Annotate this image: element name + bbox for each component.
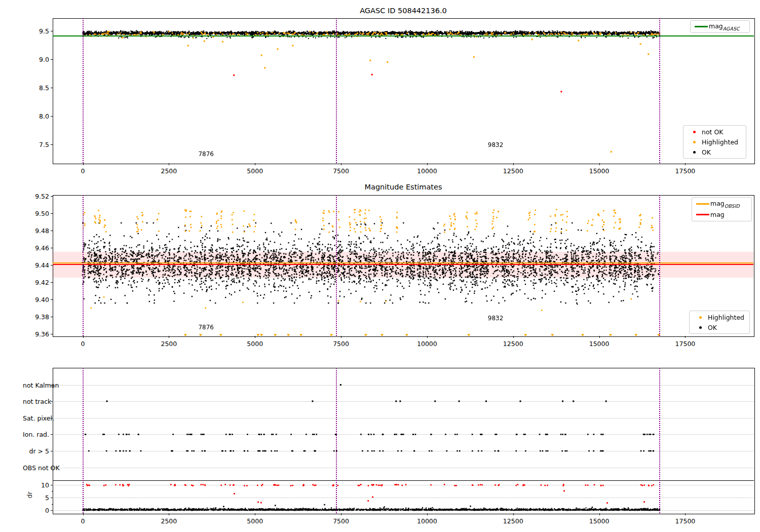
- x-tick-label: 0: [81, 167, 85, 175]
- x-tick-label: 15000: [589, 517, 610, 525]
- y-tick-label: 9.48: [23, 227, 49, 235]
- obsid-boundary-line: [336, 195, 337, 336]
- legend-line-sample: [694, 26, 709, 27]
- x-tick-mark: [513, 163, 514, 165]
- x-tick-label: 15000: [589, 167, 610, 175]
- y-tick-label: 9.40: [23, 296, 49, 303]
- x-tick-mark: [169, 163, 169, 165]
- legend-marker-sample: [687, 131, 702, 133]
- plot-layers: 0250050007500100001250015000175000250050…: [0, 0, 760, 532]
- x-tick-mark: [169, 513, 169, 515]
- x-tick-mark: [685, 513, 686, 515]
- x-tick-mark: [513, 336, 514, 338]
- x-tick-label: 12500: [503, 340, 523, 348]
- x-tick-mark: [685, 163, 686, 165]
- x-tick-label: 17500: [675, 340, 696, 348]
- x-tick-label: 10000: [417, 517, 437, 525]
- y-tick-label: 8.0: [23, 112, 49, 120]
- legend-label: magAGASC: [709, 22, 740, 31]
- x-tick-mark: [255, 513, 255, 515]
- category-label: OBS not OK: [23, 464, 49, 471]
- plot1-points-canvas: [53, 18, 754, 163]
- legend-label: mag: [710, 211, 725, 218]
- y-tick-label: 9.44: [23, 261, 49, 269]
- dr-axis-label: dr: [26, 491, 33, 498]
- x-tick-label: 7500: [333, 167, 349, 175]
- x-tick-mark: [83, 513, 84, 515]
- dr-tick-label: 0: [23, 507, 49, 514]
- y-tick-label: 9.50: [23, 210, 49, 217]
- x-tick-mark: [599, 513, 600, 515]
- y-tick-label: 9.42: [23, 279, 49, 286]
- legend-marker-sample: [693, 316, 708, 319]
- category-label: not track: [23, 397, 49, 405]
- x-tick-label: 12500: [503, 517, 523, 525]
- y-tick-label: 9.46: [23, 244, 49, 252]
- legend-entry: Highlighted: [687, 137, 742, 147]
- obsid-boundary-line: [336, 368, 337, 513]
- obsid-boundary-line: [336, 18, 337, 163]
- x-tick-mark: [255, 163, 255, 165]
- obsid-annotation: 7876: [198, 324, 214, 331]
- category-label: dr > 5: [23, 447, 49, 455]
- obsid-boundary-line: [83, 18, 84, 163]
- legend-label: Highlighted: [708, 314, 744, 321]
- mag-line: [53, 264, 753, 265]
- y-tick-label: 8.5: [23, 84, 49, 92]
- legend-marker-sample: [687, 141, 702, 143]
- plot2-points-canvas: [53, 195, 753, 336]
- x-tick-label: 10000: [417, 167, 437, 175]
- x-tick-mark: [83, 336, 84, 338]
- legend-entry: Highlighted: [693, 312, 745, 322]
- x-tick-mark: [427, 336, 428, 338]
- x-tick-mark: [513, 513, 514, 515]
- legend-label: OK: [702, 148, 711, 156]
- figure: AGASC ID 508442136.0 Magnitude Estimates…: [0, 0, 760, 532]
- legend-entry: OK: [687, 147, 742, 157]
- obsid-annotation: 9832: [488, 141, 504, 148]
- legend-label: OK: [708, 324, 717, 331]
- plot2-marker-legend: HighlightedOK: [689, 311, 750, 334]
- x-tick-mark: [599, 336, 600, 338]
- x-tick-label: 2500: [161, 167, 177, 175]
- y-tick-label: 9.52: [23, 193, 49, 200]
- y-tick-label: 9.5: [23, 27, 49, 35]
- legend-label: not OK: [702, 128, 723, 136]
- obsid-boundary-line: [83, 368, 84, 513]
- x-tick-label: 2500: [161, 517, 177, 525]
- legend-label: Highlighted: [702, 138, 738, 146]
- legend-line-sample: [695, 214, 710, 215]
- mag-agasc-line: [53, 35, 754, 36]
- x-tick-label: 5000: [247, 167, 263, 175]
- obsid-boundary-line: [659, 195, 660, 336]
- x-tick-label: 0: [81, 340, 85, 348]
- plot1-line-legend: magAGASC: [690, 20, 750, 33]
- obsid-annotation: 7876: [198, 150, 214, 158]
- category-label: Sat. pixel.: [23, 414, 49, 422]
- y-tick-label: 9.38: [23, 313, 49, 321]
- legend-entry: not OK: [687, 127, 742, 137]
- x-tick-mark: [169, 336, 169, 338]
- obsid-boundary-line: [659, 368, 660, 513]
- legend-entry: mag: [695, 209, 747, 220]
- category-label: Ion. rad.: [23, 431, 49, 438]
- x-tick-mark: [83, 163, 84, 165]
- obsid-boundary-line: [83, 195, 84, 336]
- x-tick-mark: [255, 336, 255, 338]
- y-tick-label: 9.36: [23, 330, 49, 338]
- x-tick-label: 2500: [161, 340, 177, 348]
- legend-entry: magOBSID: [695, 199, 747, 209]
- category-label: not Kalman: [23, 381, 49, 389]
- legend-entry: magAGASC: [694, 22, 745, 31]
- x-tick-label: 10000: [417, 340, 437, 348]
- x-tick-mark: [341, 513, 341, 515]
- plot3-points-canvas: [53, 368, 754, 513]
- obsid-annotation: 9832: [488, 315, 504, 322]
- legend-label: magOBSID: [710, 200, 740, 209]
- legend-entry: OK: [693, 322, 745, 332]
- obsid-boundary-line: [659, 18, 660, 163]
- x-tick-label: 17500: [675, 167, 696, 175]
- legend-marker-sample: [687, 151, 702, 154]
- x-tick-label: 7500: [333, 340, 349, 348]
- legend-line-sample: [695, 203, 710, 205]
